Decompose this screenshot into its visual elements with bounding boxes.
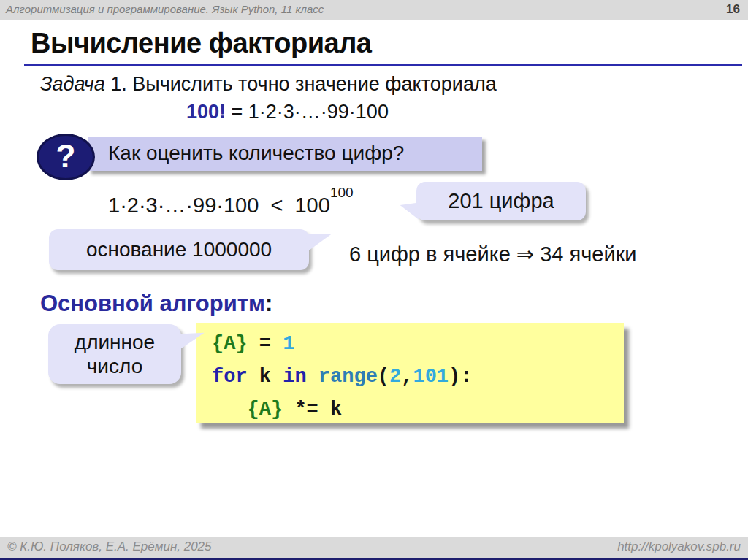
algorithm-heading: Основной алгоритм: <box>40 291 272 317</box>
header-bar: Алгоритмизация и программирование. Язык … <box>0 0 748 20</box>
digits-callout: 201 цифра <box>416 182 586 220</box>
estimate-left: 1·2·3·…·99·100 < 100 <box>108 193 330 217</box>
task-text: 1. Вычислить точно значение факториала <box>105 73 497 95</box>
estimate-expression: 1·2·3·…·99·100 < 100100 <box>108 192 354 218</box>
code-line: for k in range(2,101): <box>212 361 624 394</box>
question-banner: Как оценить количество цифр? <box>88 137 482 171</box>
question-text: Как оценить количество цифр? <box>108 142 404 165</box>
site-link[interactable]: http://kpolyakov.spb.ru <box>617 540 741 554</box>
footer-bar: © К.Ю. Поляков, Е.А. Ерёмин, 2025 http:/… <box>0 537 748 558</box>
task-label: Задача <box>40 73 105 95</box>
copyright-text: © К.Ю. Поляков, Е.А. Ерёмин, 2025 <box>7 540 212 554</box>
digits-callout-text: 201 цифра <box>448 189 554 212</box>
long-number-callout: длинное число <box>48 324 181 384</box>
page-number: 16 <box>726 2 740 17</box>
slide-title: Вычисление факториала <box>31 28 371 59</box>
code-line: {A} = 1 <box>212 328 624 361</box>
long-number-line2: число <box>48 354 181 378</box>
task-statement: Задача 1. Вычислить точно значение факто… <box>40 73 497 96</box>
task-formula: 100! = 1·2·3·…·99·100 <box>186 101 389 123</box>
algorithm-heading-colon: : <box>265 291 272 316</box>
base-callout-text: основание 1000000 <box>86 238 272 261</box>
algorithm-heading-text: Основной алгоритм <box>40 291 265 316</box>
course-title: Алгоритмизация и программирование. Язык … <box>6 3 324 15</box>
code-block: {A} = 1for k in range(2,101): {A} *= k <box>196 323 624 423</box>
long-number-line1: длинное <box>48 330 181 354</box>
question-mark-icon: ? <box>37 134 95 180</box>
base-callout: основание 1000000 <box>49 229 309 270</box>
code-line: {A} *= k <box>212 394 624 426</box>
factorial-product: = 1·2·3·…·99·100 <box>226 101 389 123</box>
title-underline <box>24 64 742 66</box>
cells-text: 6 цифр в ячейке ⇒ 34 ячейки <box>349 242 637 266</box>
callout-tail <box>305 231 334 252</box>
estimate-exponent: 100 <box>330 185 354 200</box>
callout-tail <box>398 199 421 220</box>
factorial-value: 100! <box>186 101 226 123</box>
